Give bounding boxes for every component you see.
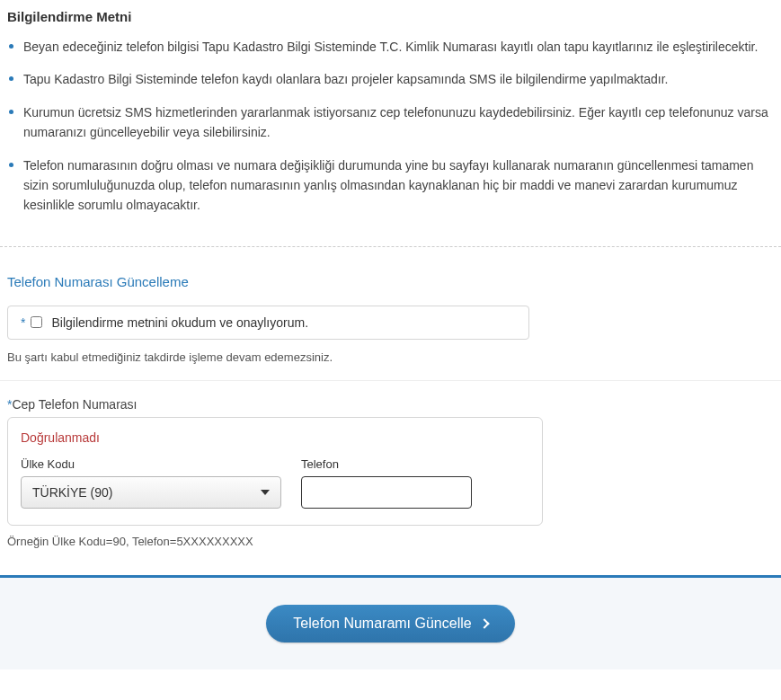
info-list: Beyan edeceğiniz telefon bilgisi Tapu Ka… [0,37,781,246]
consent-label: Bilgilendirme metnini okudum ve onaylıyo… [51,315,308,330]
phone-input-label: Telefon [301,457,472,471]
consent-checkbox[interactable] [31,316,42,328]
phone-example: Örneğin Ülke Kodu=90, Telefon=5XXXXXXXXX [0,526,781,575]
country-code-value: TÜRKİYE (90) [32,485,112,500]
info-title: Bilgilendirme Metni [0,0,781,37]
info-bullet: Beyan edeceğiniz telefon bilgisi Tapu Ka… [7,37,774,57]
chevron-right-icon [479,618,489,628]
phone-field-label: *Cep Telefon Numarası [0,397,781,417]
footer-bar: Telefon Numaramı Güncelle [0,575,781,669]
section-title: Telefon Numarası Güncelleme [0,247,781,306]
phone-label-text: Cep Telefon Numarası [12,397,137,412]
verification-status: Doğrulanmadı [21,430,529,445]
consent-box[interactable]: * Bilgilendirme metnini okudum ve onaylı… [7,306,529,340]
phone-input[interactable] [301,476,472,509]
separator [0,380,781,381]
consent-note: Bu şartı kabul etmediğiniz takdirde işle… [0,345,781,380]
chevron-down-icon [261,490,270,495]
update-phone-button-label: Telefon Numaramı Güncelle [293,616,471,632]
phone-box: Doğrulanmadı Ülke Kodu TÜRKİYE (90) Tele… [7,417,543,526]
info-bullet: Tapu Kadastro Bilgi Sisteminde telefon k… [7,69,774,89]
country-code-label: Ülke Kodu [21,457,281,471]
required-asterisk: * [21,315,25,330]
info-bullet: Telefon numarasının doğru olması ve numa… [7,155,774,216]
info-bullet: Kurumun ücretsiz SMS hizmetlerinden yara… [7,102,774,143]
update-phone-button[interactable]: Telefon Numaramı Güncelle [266,605,514,642]
country-code-select[interactable]: TÜRKİYE (90) [21,476,281,509]
